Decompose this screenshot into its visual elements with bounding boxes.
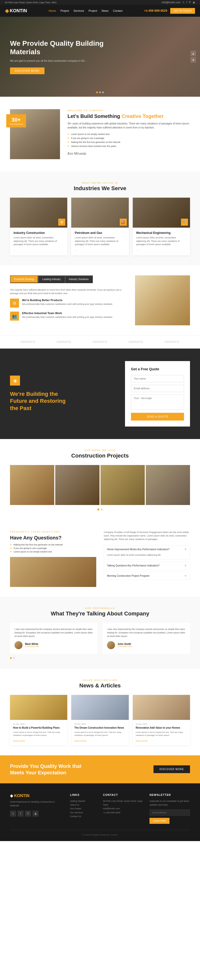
projects-tag: OUR WORK WE LOVE [10, 449, 190, 452]
testimonials-title-block: OUR TESTIMONIALS What They're Talking Ab… [10, 607, 190, 617]
project-card-1[interactable] [10, 465, 54, 505]
strategy-tab-1[interactable]: Powerfull Strategy [10, 275, 38, 283]
quote-submit-button[interactable]: SEND A QUOTE [131, 413, 184, 420]
footer-social-instagram[interactable]: ◉ [32, 811, 38, 816]
about-list-item: If you are going to use a passage [67, 136, 190, 140]
quote-message-input[interactable] [131, 395, 184, 410]
industries-section: WHAT WE'RE ACTIVE IN Industries We Serve… [0, 172, 200, 266]
nav-link-project2[interactable]: Project [88, 9, 97, 12]
hero-dot-1[interactable] [96, 91, 98, 93]
project-card-3[interactable] [101, 465, 145, 505]
industry-link-1[interactable]: → [13, 249, 16, 251]
quote-email-input[interactable] [131, 385, 184, 392]
strategy-item-title-2: Effective Industrial Team Work [22, 312, 113, 315]
industries-title-block: WHAT WE'RE ACTIVE IN Industries We Serve [10, 181, 190, 192]
news-link-1[interactable]: READ MORE [13, 740, 25, 742]
faq-image [10, 557, 96, 587]
footer-links-title: Links [70, 793, 97, 796]
footer-social-facebook[interactable]: f [18, 811, 24, 816]
footer-link-5[interactable]: Contact Us [70, 815, 97, 818]
testimonial-dot-2[interactable] [13, 657, 15, 659]
nav-links: Home Project Services Project News Conta… [48, 9, 122, 12]
industries-heading: Industries We Serve [10, 185, 190, 192]
footer-newsletter-form: SUBSCRIBE [149, 809, 190, 824]
cta-button[interactable]: DISCOVER MORE [154, 765, 190, 773]
about-list-item: Lorem ipsum is not simply random text [67, 132, 190, 136]
hero-dot-3[interactable] [102, 91, 104, 93]
testimonial-text-1: I was very impressed by the company serv… [14, 627, 93, 638]
nav-link-project[interactable]: Project [61, 9, 69, 12]
social-instagram[interactable]: ◉ [193, 1, 195, 4]
news-link-2[interactable]: READ MORE [74, 740, 86, 742]
industry-title-3: Mechanical Engineering [136, 231, 187, 235]
faq-right: Company Provides a Full Range of Service… [104, 530, 190, 587]
footer-social-pinterest[interactable]: P [25, 811, 31, 816]
footer-phone[interactable]: +1-456-699-0029 [103, 811, 144, 815]
project-dot-1[interactable] [97, 509, 99, 511]
hero-arrow-up[interactable]: ▲ [190, 51, 196, 56]
footer-newsletter-title: Newsletter [149, 793, 190, 796]
news-card-2: 05 Jan, 2023 The Dream Construction Inno… [71, 695, 128, 745]
strategy-image [135, 275, 190, 325]
hero-cta-button[interactable]: DISCOVER MORE [10, 67, 45, 74]
news-body-2: 05 Jan, 2023 The Dream Construction Inno… [71, 720, 128, 745]
nav-link-home[interactable]: Home [48, 9, 56, 12]
nav-phone: +1-456-699-0029 [144, 9, 167, 13]
topbar-address: 56 Pink Linen Road, Green Point, Cape To… [5, 1, 56, 4]
cta-heading: Provide You Quality Work that Meets Your… [10, 763, 82, 776]
news-link-3[interactable]: READ MORE [136, 740, 148, 742]
project-dot-2[interactable] [101, 509, 103, 511]
strategy-tab-2[interactable]: Leading Industry [38, 275, 65, 283]
news-card-3: 10 Jan, 2023 Renovation Add Value to you… [133, 695, 190, 745]
testimonial-role-2: CONTRACTOR [117, 646, 131, 648]
news-date-2: 05 Jan, 2023 [74, 723, 125, 725]
hero-arrow-down[interactable]: ▼ [190, 57, 196, 63]
about-list: Lorem ipsum is not simply random text If… [67, 132, 190, 148]
nav-link-news[interactable]: News [102, 9, 109, 12]
footer-col-links: Links Getting Started About Us Our Proje… [70, 793, 97, 824]
testimonial-name-1: Mark White [25, 643, 39, 646]
industry-title-1: Industry Construction [13, 231, 64, 235]
footer-email[interactable]: info@kontin.com [103, 807, 144, 811]
nav-cta-button[interactable]: GET IN TOUCH [170, 8, 195, 14]
footer-social-twitter[interactable]: 𝕏 [10, 811, 16, 816]
projects-grid [10, 465, 190, 505]
footer-link-1[interactable]: Getting Started [70, 799, 97, 803]
industry-link-3[interactable]: → [136, 249, 139, 251]
about-intro: 30+ years of building experience with gl… [67, 122, 190, 130]
social-twitter[interactable]: 𝕏 [182, 1, 184, 4]
footer-email-input[interactable] [149, 809, 190, 816]
quote-name-input[interactable] [131, 375, 184, 382]
testimonial-info-1: Mark White CONTRACTOR [25, 643, 39, 648]
footer-subscribe-button[interactable]: SUBSCRIBE [149, 818, 170, 824]
social-facebook[interactable]: f [187, 1, 187, 4]
topbar-email[interactable]: info@kontin.com [162, 1, 181, 4]
project-card-4[interactable] [146, 465, 190, 505]
faq-item-header-1[interactable]: Home Improvement Works Any Performance I… [104, 546, 190, 553]
footer-link-3[interactable]: Our Project [70, 807, 97, 811]
footer: ◈ KONTIN Great Experience for Building C… [0, 783, 200, 841]
strategy-item-icon-1: ⚙ [10, 299, 19, 308]
industry-title-2: Petroleum and Gas [75, 231, 125, 235]
footer-link-2[interactable]: About Us [70, 803, 97, 807]
testimonial-dot-1[interactable] [10, 657, 12, 659]
nav-link-services[interactable]: Services [74, 9, 84, 12]
hero-dots [96, 91, 104, 93]
faq-item-header-2[interactable]: Talking Questions Any Performance Indica… [104, 562, 190, 570]
about-list-item: Various versions have evolved over the y… [67, 144, 190, 148]
industry-link-2[interactable]: → [75, 249, 77, 251]
faq-item-header-3[interactable]: Morning Construction Project Program ▼ [104, 572, 190, 580]
testimonial-dots [10, 657, 190, 659]
footer-address: 56 Pink Linen Road, Green Point, Cape To… [103, 799, 144, 807]
hero-dot-2[interactable] [99, 91, 101, 93]
social-pinterest[interactable]: P [189, 1, 191, 4]
strategy-tab-3[interactable]: Industry Solutions [65, 275, 93, 283]
faq-intro-item-3: Lorem ipsum is not simply random text [10, 550, 96, 553]
testimonial-card-2: I was very impressed by the company serv… [102, 623, 190, 654]
project-image-1 [10, 465, 54, 505]
footer-link-4[interactable]: Our Services [70, 811, 97, 815]
quote-heading-line1: We're Building the [10, 391, 58, 397]
nav-link-contact[interactable]: Contact [113, 9, 123, 12]
navbar: ◈ KONTIN Home Project Services Project N… [0, 5, 200, 17]
project-card-2[interactable] [55, 465, 99, 505]
